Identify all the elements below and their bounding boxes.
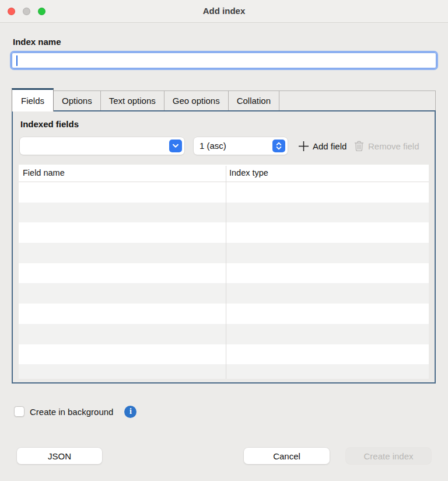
table-body[interactable] <box>19 182 429 379</box>
zoom-window-button[interactable] <box>38 8 46 15</box>
add-index-dialog: Add index Index name FieldsOptionsText o… <box>0 0 448 481</box>
indexed-fields-table: Field name Index type <box>19 165 429 379</box>
index-name-input[interactable] <box>10 51 438 70</box>
sort-order-select[interactable]: 1 (asc) <box>194 137 288 155</box>
fields-tab-panel: Indexed fields 1 (asc) Add field <box>12 110 436 384</box>
chevron-down-icon[interactable] <box>169 140 182 152</box>
field-name-combobox[interactable] <box>20 137 184 155</box>
plus-icon <box>298 141 309 152</box>
window-title: Add index <box>0 0 448 22</box>
json-button[interactable]: JSON <box>17 448 102 464</box>
tab-bar: FieldsOptionsText optionsGeo optionsColl… <box>12 88 436 110</box>
create-in-background-checkbox[interactable] <box>14 406 24 417</box>
tab-bar-tabs: FieldsOptionsText optionsGeo optionsColl… <box>12 88 436 110</box>
index-name-input-field[interactable] <box>12 53 436 68</box>
remove-field-label: Remove field <box>368 141 419 151</box>
cancel-button[interactable]: Cancel <box>244 448 330 464</box>
index-name-label: Index name <box>13 37 61 47</box>
text-caret <box>16 55 18 66</box>
create-in-background-label: Create in background <box>30 407 113 417</box>
add-field-label: Add field <box>313 141 346 151</box>
tab-options[interactable]: Options <box>54 90 101 110</box>
column-header-field-name: Field name <box>23 165 65 182</box>
minimize-window-button <box>23 8 30 15</box>
indexed-fields-heading: Indexed fields <box>20 119 79 129</box>
trash-icon <box>354 141 364 152</box>
tab-collation[interactable]: Collation <box>229 90 279 110</box>
chevron-up-down-icon[interactable] <box>272 140 285 152</box>
table-header-row: Field name Index type <box>19 165 429 182</box>
column-header-index-type: Index type <box>229 165 268 182</box>
close-window-button[interactable] <box>8 8 15 15</box>
column-divider <box>226 166 226 379</box>
add-field-button[interactable]: Add field <box>298 137 346 155</box>
tab-fields[interactable]: Fields <box>12 88 54 111</box>
tab-geo-options[interactable]: Geo options <box>164 90 229 110</box>
create-in-background-row: Create in background i <box>14 405 136 418</box>
traffic-lights <box>8 8 46 15</box>
title-bar: Add index <box>0 0 448 23</box>
info-icon[interactable]: i <box>124 406 136 418</box>
create-index-button[interactable]: Create index <box>346 448 431 464</box>
tab-text-options[interactable]: Text options <box>101 90 164 110</box>
remove-field-button[interactable]: Remove field <box>354 137 419 155</box>
sort-order-select-value: 1 (asc) <box>200 137 226 155</box>
